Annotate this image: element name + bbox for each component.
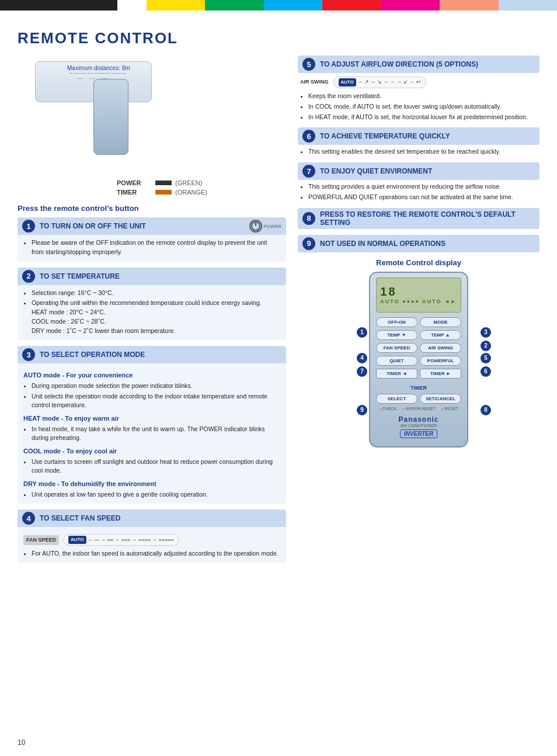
brand-inverter: INVERTER	[400, 429, 437, 438]
section-3-title: TO SELECT OPERATION MODE	[40, 351, 281, 359]
timer-label: TIMER	[410, 385, 427, 391]
timer-fwd-button[interactable]: TIMER ►	[420, 369, 461, 379]
section-2: 2 TO SET TEMPERATURE Selection range: 16…	[18, 268, 286, 341]
bar-magenta	[381, 0, 440, 11]
dry-mode-title: DRY mode - To dehumidify the environment	[23, 479, 280, 489]
callout-number-1: 1	[357, 327, 367, 338]
power-icon-area: POWER	[249, 220, 281, 233]
power-indicator-color: (GREEN)	[175, 179, 202, 186]
section-6-number: 6	[302, 130, 315, 143]
section-8: 8 PRESS TO RESTORE THE REMOTE CONTROL'S …	[298, 208, 539, 229]
bar-black	[0, 0, 117, 11]
section-2-number: 2	[22, 270, 35, 283]
btn-row-3[interactable]: FAN SPEED AIR SWING	[376, 343, 461, 353]
air-swing-button[interactable]: AIR SWING	[420, 343, 461, 353]
btn-row-4[interactable]: QUIET POWERFUL	[376, 356, 461, 366]
fan-speed-sequence: AUTO → — → == → === → ==== → =====	[63, 534, 179, 546]
callout-number-5: 5	[481, 353, 491, 363]
quiet-button[interactable]: QUIET	[376, 356, 417, 366]
section-6-item-0: This setting enables the desired set tem…	[308, 147, 537, 157]
select-button[interactable]: SELECT	[376, 394, 417, 404]
page-number: 10	[18, 738, 25, 747]
power-label-small: POWER	[264, 224, 281, 229]
air-swing-sequence: AUTO → ↗ → ↘ → → → ↙ → ↩	[333, 77, 426, 88]
section-3: 3 TO SELECT OPERATION MODE AUTO mode - F…	[18, 346, 286, 504]
section-5-header: 5 TO ADJUST AIRFLOW DIRECTION (5 OPTIONS…	[298, 56, 539, 73]
brand-area: Panasonic AIR CONDITIONER INVERTER	[376, 415, 461, 438]
section-6-header: 6 TO ACHIEVE TEMPERATURE QUICKLY	[298, 127, 539, 145]
section-9-title: NOT USED IN NORMAL OPERATIONS	[320, 240, 535, 248]
timer-indicator-label: TIMER	[117, 189, 152, 196]
callout-number-7: 7	[357, 366, 367, 377]
screen-details: AUTO ●●●● AUTO ◄►	[380, 299, 457, 304]
section-1-title: TO TURN ON OR OFF THE UNIT	[40, 222, 245, 230]
auto-badge-airswing: AUTO	[339, 78, 357, 86]
section-5-item-2: In HEAT mode, if AUTO is set, the horizo…	[308, 113, 537, 122]
color-bars	[0, 0, 557, 11]
section-4-item-0: For AUTO, the indoor fan speed is automa…	[32, 549, 280, 559]
section-5-title: TO ADJUST AIRFLOW DIRECTION (5 OPTIONS)	[320, 60, 535, 68]
section-2-header: 2 TO SET TEMPERATURE	[18, 268, 286, 285]
cool-mode-title: COOL mode - To enjoy cool air	[23, 446, 280, 456]
bar-red	[322, 0, 381, 11]
power-indicator-bar	[155, 181, 172, 185]
bar-cyan	[264, 0, 322, 11]
auto-badge: AUTO	[68, 536, 86, 544]
callout-number-9: 9	[357, 405, 367, 415]
setcancel-button[interactable]: SET/CANCEL	[420, 394, 461, 404]
powerful-button[interactable]: POWERFUL	[420, 356, 461, 366]
section-7-item-0: This setting provides a quiet environmen…	[308, 182, 537, 192]
air-swing-label: AIR SWING	[300, 78, 329, 86]
heat-mode-item-0: In heat mode, it may take a while for th…	[32, 425, 280, 443]
remote-section-title: Press the remote control's button	[18, 204, 286, 213]
temp-down-button[interactable]: TEMP ▼	[376, 330, 417, 340]
section-4-number: 4	[22, 512, 35, 525]
section-2-item-0: Selection range: 16°C ~ 30°C.	[32, 289, 280, 298]
error-reset-label: ○ ERROR RESET	[402, 407, 436, 411]
temp-up-button[interactable]: TEMP ▲	[420, 330, 461, 340]
btn-row-5[interactable]: TIMER ◄ TIMER ►	[376, 369, 461, 379]
inverter-label: INVERTER	[404, 431, 433, 437]
timer-back-button[interactable]: TIMER ◄	[376, 369, 417, 379]
fan-speed-diagram: FAN SPEED AUTO → — → == → === → ==== → =…	[23, 534, 280, 546]
section-5-item-0: Keeps the room ventilated.	[308, 92, 537, 101]
section-6-title: TO ACHIEVE TEMPERATURE QUICKLY	[320, 132, 535, 140]
page-title: REMOTE CONTROL	[18, 29, 539, 47]
timer-indicator-bar	[155, 190, 172, 195]
timer-label-center: TIMER	[376, 382, 461, 392]
section-5-number: 5	[302, 58, 315, 71]
brand-sub: AIR CONDITIONER	[376, 424, 461, 428]
remote-display-title: Remote Control display	[298, 258, 539, 267]
mode-button[interactable]: MODE	[420, 317, 461, 327]
section-4-body: FAN SPEED AUTO → — → == → === → ==== → =…	[18, 527, 286, 563]
section-8-number: 8	[302, 212, 315, 225]
section-5: 5 TO ADJUST AIRFLOW DIRECTION (5 OPTIONS…	[298, 56, 539, 122]
callout-number-3: 3	[481, 327, 491, 338]
section-4-title: TO SELECT FAN SPEED	[40, 514, 281, 522]
section-9-number: 9	[302, 237, 315, 250]
auto-mode-title: AUTO mode - For your convenience	[23, 370, 280, 380]
btn-row-7[interactable]: SELECT SET/CANCEL	[376, 394, 461, 404]
auto-mode-item-0: During operation mode selection the powe…	[32, 382, 280, 391]
air-swing-diagram: AIR SWING AUTO → ↗ → ↘ → → → ↙ → ↩	[300, 77, 537, 88]
timer-indicator-row: TIMER (ORANGE)	[117, 189, 286, 196]
bar-white	[117, 0, 147, 11]
off-on-button[interactable]: OFF•ON	[376, 317, 417, 327]
btn-row-2[interactable]: TEMP ▼ TEMP ▲	[376, 330, 461, 340]
power-indicator-label: POWER	[117, 179, 152, 186]
callout-number-8: 8	[481, 405, 491, 415]
indicator-table: POWER (GREEN) TIMER (ORANGE)	[117, 179, 286, 196]
callout-number-2: 2	[481, 341, 491, 351]
fan-speed-button[interactable]: FAN SPEED	[376, 343, 417, 353]
section-8-title: PRESS TO RESTORE THE REMOTE CONTROL'S DE…	[320, 210, 535, 227]
btn-row-1[interactable]: OFF•ON MODE	[376, 317, 461, 327]
section-1-number: 1	[22, 220, 35, 233]
section-2-body: Selection range: 16°C ~ 30°C. Operating …	[18, 285, 286, 341]
section-7: 7 TO ENJOY QUIET ENVIRONMENT This settin…	[298, 162, 539, 202]
section-4: 4 TO SELECT FAN SPEED FAN SPEED AUTO → —…	[18, 509, 286, 563]
check-label: ○ CHECK	[379, 407, 397, 411]
section-8-header: 8 PRESS TO RESTORE THE REMOTE CONTROL'S …	[298, 208, 539, 229]
fan-speed-label: FAN SPEED	[23, 535, 59, 546]
section-3-number: 3	[22, 348, 35, 361]
section-3-body: AUTO mode - For your convenience During …	[18, 363, 286, 504]
